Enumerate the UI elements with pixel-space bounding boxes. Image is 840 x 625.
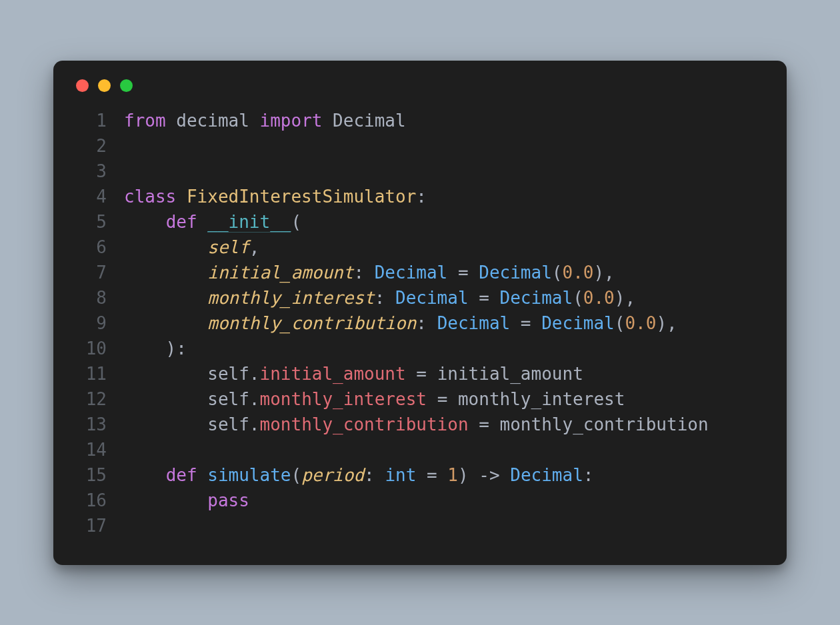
code-content[interactable]: self.initial_amount = initial_amount xyxy=(124,361,583,386)
code-line[interactable]: 12 self.monthly_interest = monthly_inter… xyxy=(76,386,764,412)
code-token xyxy=(197,465,208,485)
code-editor[interactable]: 1from decimal import Decimal234class Fix… xyxy=(53,108,787,538)
code-token: = xyxy=(479,414,489,434)
close-icon[interactable] xyxy=(76,79,89,92)
code-content[interactable]: class FixedInterestSimulator: xyxy=(124,184,427,209)
code-line[interactable]: 13 self.monthly_contribution = monthly_c… xyxy=(76,412,764,437)
code-token xyxy=(124,465,166,485)
code-token: ( xyxy=(552,263,563,283)
code-token: monthly_interest xyxy=(458,389,625,409)
code-line[interactable]: 10 ): xyxy=(76,336,764,361)
code-token: initial_amount xyxy=(437,364,583,384)
code-token xyxy=(322,111,333,131)
code-token: initial_amount xyxy=(207,263,353,283)
code-line[interactable]: 6 self, xyxy=(76,235,764,260)
line-number: 10 xyxy=(76,336,107,361)
code-token: 1 xyxy=(447,465,458,485)
code-token: ( xyxy=(615,313,625,333)
code-token xyxy=(176,187,187,207)
code-token: 0.0 xyxy=(583,288,615,308)
code-token xyxy=(124,313,207,333)
code-token: Decimal xyxy=(541,313,615,333)
code-line[interactable]: 9 monthly_contribution: Decimal = Decima… xyxy=(76,311,764,336)
code-token: = xyxy=(437,389,448,409)
code-token: = xyxy=(479,288,489,308)
code-line[interactable]: 15 def simulate(period: int = 1) -> Deci… xyxy=(76,462,764,488)
code-line[interactable]: 3 xyxy=(76,159,764,184)
code-content[interactable]: ): xyxy=(124,336,187,361)
code-line[interactable]: 16 pass xyxy=(76,488,764,513)
line-number: 9 xyxy=(76,311,107,336)
code-token xyxy=(469,263,479,283)
code-token: import xyxy=(260,111,323,131)
code-token: monthly_contribution xyxy=(500,414,709,434)
code-content[interactable]: def __init__( xyxy=(124,209,301,235)
code-line[interactable]: 2 xyxy=(76,133,764,159)
code-token: ), xyxy=(615,288,635,308)
code-window: 1from decimal import Decimal234class Fix… xyxy=(53,61,787,565)
line-number: 15 xyxy=(76,462,107,488)
code-token xyxy=(249,111,260,131)
code-token: monthly_interest xyxy=(207,288,374,308)
code-token: Decimal xyxy=(395,288,469,308)
code-token: : xyxy=(364,465,385,485)
code-token xyxy=(406,364,417,384)
code-token: 0.0 xyxy=(625,313,656,333)
code-content[interactable]: monthly_contribution: Decimal = Decimal(… xyxy=(124,311,677,336)
code-token: ), xyxy=(656,313,677,333)
line-number: 2 xyxy=(76,133,107,159)
code-line[interactable]: 17 xyxy=(76,513,764,538)
code-token: : xyxy=(416,187,427,207)
code-token xyxy=(124,212,166,232)
code-token xyxy=(124,263,207,283)
code-token: = xyxy=(521,313,531,333)
code-token: monthly_contribution xyxy=(207,313,416,333)
line-number: 12 xyxy=(76,386,107,412)
code-token: self xyxy=(207,237,249,257)
line-number: 8 xyxy=(76,285,107,311)
code-token xyxy=(124,414,207,434)
code-content[interactable]: from decimal import Decimal xyxy=(124,108,406,133)
minimize-icon[interactable] xyxy=(98,79,111,92)
code-line[interactable]: 4class FixedInterestSimulator: xyxy=(76,184,764,209)
code-content[interactable]: self.monthly_contribution = monthly_cont… xyxy=(124,412,709,437)
code-token: decimal xyxy=(176,111,249,131)
line-number: 17 xyxy=(76,513,107,538)
code-line[interactable]: 1from decimal import Decimal xyxy=(76,108,764,133)
code-token xyxy=(124,490,207,510)
code-token: initial_amount xyxy=(260,364,406,384)
code-content[interactable]: def simulate(period: int = 1) -> Decimal… xyxy=(124,462,593,488)
code-token xyxy=(469,414,479,434)
code-content[interactable]: self.monthly_interest = monthly_interest xyxy=(124,386,625,412)
code-token: ): xyxy=(124,338,187,358)
code-token: -> xyxy=(479,465,499,485)
code-content[interactable]: pass xyxy=(124,488,249,513)
code-token: ( xyxy=(291,465,301,485)
code-content[interactable]: self, xyxy=(124,235,260,260)
code-token xyxy=(124,288,207,308)
code-line[interactable]: 11 self.initial_amount = initial_amount xyxy=(76,361,764,386)
code-line[interactable]: 8 monthly_interest: Decimal = Decimal(0.… xyxy=(76,285,764,311)
code-line[interactable]: 5 def __init__( xyxy=(76,209,764,235)
code-token xyxy=(197,212,208,232)
code-token: Decimal xyxy=(510,465,583,485)
code-token xyxy=(489,414,500,434)
code-line[interactable]: 7 initial_amount: Decimal = Decimal(0.0)… xyxy=(76,260,764,285)
code-content[interactable]: monthly_interest: Decimal = Decimal(0.0)… xyxy=(124,285,635,311)
code-token xyxy=(124,364,207,384)
code-token xyxy=(469,288,479,308)
code-token: self xyxy=(207,364,249,384)
code-token: int xyxy=(385,465,416,485)
code-token xyxy=(427,364,437,384)
line-number: 4 xyxy=(76,184,107,209)
code-token xyxy=(531,313,542,333)
code-token: Decimal xyxy=(333,111,406,131)
code-token: ) xyxy=(458,465,479,485)
code-line[interactable]: 14 xyxy=(76,437,764,462)
code-token: def xyxy=(166,212,197,232)
maximize-icon[interactable] xyxy=(120,79,133,92)
line-number: 3 xyxy=(76,159,107,184)
code-token xyxy=(427,389,437,409)
code-token: monthly_interest xyxy=(260,389,427,409)
code-content[interactable]: initial_amount: Decimal = Decimal(0.0), xyxy=(124,260,615,285)
